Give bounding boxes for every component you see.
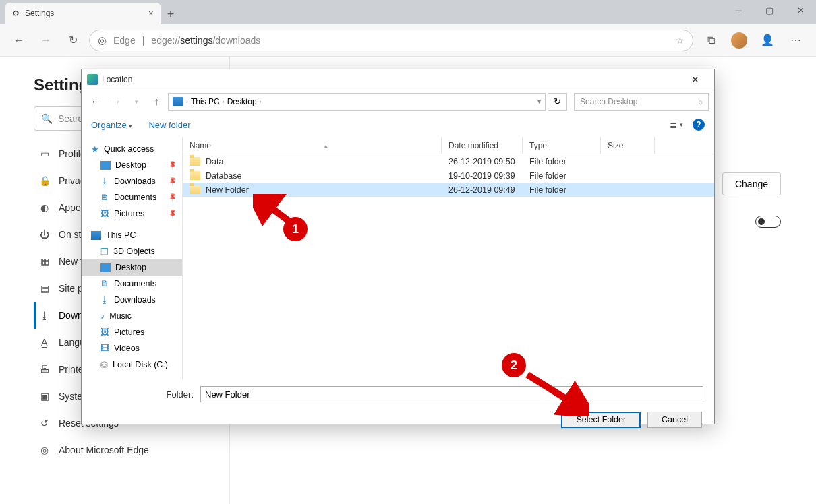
col-size-header[interactable]: Size: [601, 137, 655, 154]
pictures-icon: 🖼: [100, 327, 109, 337]
reset-icon: ↺: [38, 417, 51, 429]
col-name-header[interactable]: Name▴: [183, 137, 442, 154]
tree-pc-3d[interactable]: ❒3D Objects: [82, 243, 182, 259]
window-controls: ─ ▢ ✕: [723, 0, 816, 20]
collections-icon[interactable]: ⧉: [699, 30, 723, 51]
file-row[interactable]: Database 19-10-2019 09:39 File folder: [183, 168, 714, 183]
pc-icon: [91, 231, 101, 240]
tree-quick-access[interactable]: ★Quick access: [82, 141, 182, 157]
download-icon: ⭳: [38, 309, 51, 321]
ask-toggle[interactable]: [755, 216, 781, 228]
new-folder-button[interactable]: New folder: [148, 120, 190, 130]
nav-recent-button[interactable]: ▾: [127, 93, 145, 111]
search-icon: ⌕: [698, 97, 703, 106]
nav-up-button[interactable]: ↑: [148, 93, 165, 111]
organize-menu[interactable]: Organize ▾: [91, 120, 132, 130]
language-icon: A̲: [38, 336, 51, 348]
tab-title: Settings: [25, 9, 54, 18]
folder-label: Folder:: [92, 389, 194, 400]
document-icon: 🗎: [100, 193, 109, 202]
nav-forward-button[interactable]: →: [107, 93, 125, 111]
breadcrumb-thispc[interactable]: This PC: [191, 97, 220, 106]
file-list-header: Name▴ Date modified Type Size: [183, 137, 714, 154]
forward-button[interactable]: →: [35, 30, 57, 51]
address-prefix: Edge: [113, 35, 136, 46]
pin-icon: 📌: [167, 208, 178, 219]
folder-tree: ★Quick access Desktop📌 ⭳Downloads📌 🗎Docu…: [82, 137, 183, 379]
col-date-header[interactable]: Date modified: [442, 137, 523, 154]
back-button[interactable]: ←: [8, 30, 30, 51]
tree-qa-documents[interactable]: 🗎Documents📌: [82, 189, 182, 206]
dialog-close-button[interactable]: ✕: [682, 70, 709, 89]
dialog-search-input[interactable]: Search Desktop ⌕: [574, 93, 709, 111]
document-icon: 🗎: [100, 279, 109, 288]
system-icon: ▣: [38, 390, 51, 402]
tree-qa-pictures[interactable]: 🖼Pictures📌: [82, 206, 182, 222]
feedback-icon[interactable]: 👤: [755, 30, 780, 51]
cancel-button[interactable]: Cancel: [647, 412, 702, 428]
change-button[interactable]: Change: [722, 172, 781, 195]
download-icon: ⭳: [100, 177, 109, 186]
power-icon: ⏻: [38, 228, 51, 241]
browser-tab[interactable]: ⚙ Settings ×: [5, 3, 161, 24]
pc-icon: [173, 97, 183, 106]
view-options-button[interactable]: ≣ ▾: [670, 120, 683, 130]
cube-icon: ❒: [100, 247, 109, 257]
tree-qa-downloads[interactable]: ⭳Downloads📌: [82, 173, 182, 189]
tree-qa-desktop[interactable]: Desktop📌: [82, 157, 182, 173]
profile-avatar[interactable]: [727, 30, 751, 51]
new-tab-button[interactable]: +: [161, 4, 181, 24]
more-menu-button[interactable]: ⋯: [784, 30, 808, 51]
folder-icon: [190, 185, 200, 194]
col-type-header[interactable]: Type: [523, 137, 601, 154]
dialog-toolbar: Organize ▾ New folder ≣ ▾ ?: [82, 113, 714, 137]
disk-icon: ⛁: [100, 360, 108, 370]
breadcrumb-dropdown-icon[interactable]: ▾: [537, 98, 541, 105]
tree-pc-disk-c[interactable]: ⛁Local Disk (C:): [82, 356, 182, 373]
annotation-badge-1: 1: [283, 217, 308, 241]
browser-toolbar: ← → ↻ ◎ Edge | edge://settings/downloads…: [0, 24, 816, 57]
close-window-button[interactable]: ✕: [785, 0, 816, 20]
favorite-icon[interactable]: ☆: [676, 35, 684, 46]
file-row[interactable]: Data 26-12-2019 09:50 File folder: [183, 154, 714, 168]
search-icon: 🔍: [41, 113, 53, 124]
tree-pc-music[interactable]: ♪Music: [82, 308, 182, 324]
folder-name-input[interactable]: [200, 386, 703, 402]
tree-pc-documents[interactable]: 🗎Documents: [82, 276, 182, 292]
breadcrumb-refresh-button[interactable]: ↻: [548, 93, 567, 111]
lock-icon: 🔒: [38, 175, 51, 187]
nav-back-button[interactable]: ←: [87, 93, 105, 111]
breadcrumb[interactable]: › This PC › Desktop › ▾: [168, 93, 546, 111]
tree-pc-downloads[interactable]: ⭳Downloads: [82, 292, 182, 308]
breadcrumb-desktop[interactable]: Desktop: [227, 97, 257, 106]
desktop-icon: [100, 263, 111, 272]
maximize-button[interactable]: ▢: [754, 0, 785, 20]
dialog-titlebar: Location ✕: [82, 69, 714, 90]
profile-icon: ▭: [38, 148, 51, 160]
close-tab-button[interactable]: ×: [148, 8, 154, 19]
star-icon: ★: [91, 144, 99, 154]
tree-pc-pictures[interactable]: 🖼Pictures: [82, 324, 182, 340]
dialog-app-icon: [87, 74, 98, 85]
tree-this-pc[interactable]: This PC: [82, 227, 182, 243]
gear-icon: ⚙: [12, 9, 20, 18]
address-bar[interactable]: ◎ Edge | edge://settings/downloads ☆: [89, 30, 693, 51]
annotation-arrow-2: [522, 369, 589, 416]
file-list: Name▴ Date modified Type Size Data 26-12…: [183, 137, 714, 379]
tree-pc-desktop[interactable]: Desktop: [82, 259, 182, 276]
minimize-button[interactable]: ─: [723, 0, 754, 20]
desktop-icon: [100, 161, 111, 170]
download-icon: ⭳: [100, 295, 109, 305]
annotation-badge-2: 2: [502, 353, 526, 377]
svg-line-1: [527, 375, 581, 408]
refresh-button[interactable]: ↻: [62, 30, 84, 51]
music-icon: ♪: [100, 311, 105, 321]
edge-logo-icon: ◎: [98, 34, 107, 46]
help-icon[interactable]: ?: [693, 119, 705, 131]
dialog-nav: ← → ▾ ↑ › This PC › Desktop › ▾ ↻ Search…: [82, 90, 714, 113]
printer-icon: 🖶: [38, 363, 51, 375]
sidebar-item-about[interactable]: ◎About Microsoft Edge: [34, 437, 209, 464]
tree-pc-videos[interactable]: 🎞Videos: [82, 340, 182, 356]
pictures-icon: 🖼: [100, 209, 109, 218]
tab-strip: ⚙ Settings × +: [0, 0, 816, 24]
